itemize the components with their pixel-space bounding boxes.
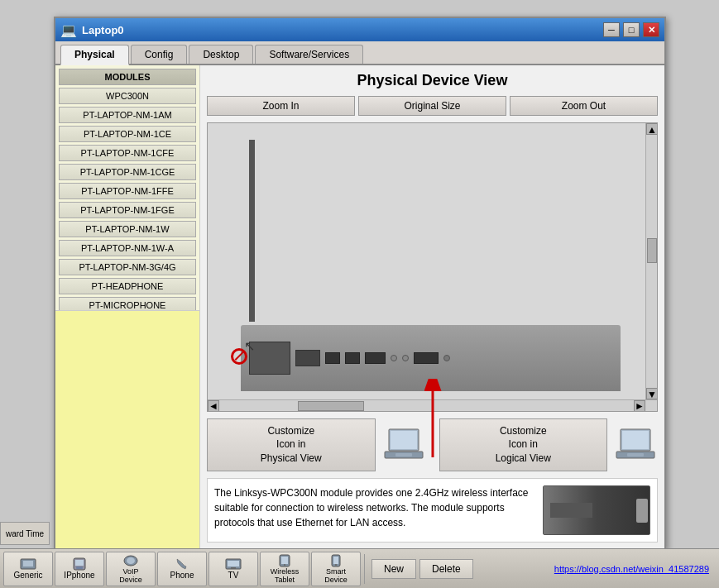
svg-rect-13 (75, 560, 84, 566)
new-button[interactable]: New (371, 559, 416, 579)
module-connector (636, 499, 648, 523)
module-1am[interactable]: PT-LAPTOP-NM-1AM (59, 107, 196, 123)
scroll-up-arrow[interactable]: ▲ (646, 123, 658, 135)
module-1ffe[interactable]: PT-LAPTOP-NM-1FFE (59, 183, 196, 199)
module-1cfe[interactable]: PT-LAPTOP-NM-1CFE (59, 145, 196, 161)
taskbar-ipphone[interactable]: IPphone (55, 552, 104, 586)
device-view: ↖ ▲ ▼ ◄ ► (207, 122, 658, 412)
taskbar-phone[interactable]: Phone (157, 552, 207, 586)
voip-icon (122, 554, 140, 567)
module-1cge[interactable]: PT-LAPTOP-NM-1CGE (59, 164, 196, 180)
taskbar-url[interactable]: https://blog.csdn.net/weixin_41587289 (554, 564, 716, 574)
main-window: 💻 Laptop0 ─ □ ✕ Physical Config Desktop … (54, 17, 666, 550)
svg-point-16 (127, 557, 135, 564)
svg-rect-9 (627, 453, 644, 457)
window-title: Laptop0 (82, 24, 124, 36)
port-block-1 (249, 342, 290, 375)
modules-list[interactable]: MODULES WPC300N PT-LAPTOP-NM-1AM PT-LAPT… (55, 65, 199, 310)
description-text: The Linksys-WPC300N module provides one … (214, 485, 536, 535)
close-button[interactable]: ✕ (643, 22, 659, 37)
no-drop-line (235, 351, 244, 360)
delete-button[interactable]: Delete (419, 559, 473, 579)
panel-title: Physical Device View (200, 65, 664, 96)
original-size-button[interactable]: Original Size (358, 96, 506, 116)
scroll-thumb-v[interactable] (647, 238, 657, 263)
laptop-icon: 💻 (60, 22, 77, 38)
port-audio3 (443, 355, 450, 361)
customize-logical-button[interactable]: Customize Icon in Logical View (439, 418, 608, 471)
desc-content: The Linksys-WPC300N module provides one … (214, 485, 650, 535)
logical-customize-group: Customize Icon in Logical View (439, 418, 659, 471)
forward-time-label: ward Time (0, 522, 50, 545)
zoom-out-button[interactable]: Zoom Out (510, 96, 658, 116)
port-other (414, 352, 439, 364)
taskbar-wireless-tablet[interactable]: Wireless Tablet (260, 552, 309, 586)
taskbar-smart-device[interactable]: Smart Device (311, 552, 361, 586)
cursor-icon: ↖ (244, 338, 255, 354)
taskbar-generic[interactable]: Generic (3, 552, 53, 586)
module-preview-area (55, 310, 199, 549)
svg-rect-11 (23, 561, 33, 566)
taskbar-voip[interactable]: VoIP Device (106, 552, 156, 586)
port-usb (325, 352, 340, 364)
taskbar-separator (364, 554, 365, 584)
svg-point-22 (284, 564, 285, 566)
port-usb2 (345, 352, 360, 364)
scroll-down-arrow[interactable]: ▼ (646, 388, 658, 399)
svg-point-25 (335, 564, 337, 566)
maximize-button[interactable]: □ (623, 22, 640, 37)
zoom-in-button[interactable]: Zoom In (207, 96, 355, 116)
svg-rect-7 (622, 431, 649, 449)
customize-row: Customize Icon in Physical View (200, 412, 664, 478)
red-arrow-svg (408, 379, 458, 461)
tv-icon (224, 557, 242, 571)
customize-physical-button[interactable]: Customize Icon in Physical View (207, 418, 376, 471)
laptop-antenna (249, 140, 255, 322)
port-hdmi (365, 352, 386, 364)
module-1w[interactable]: PT-LAPTOP-NM-1W (59, 221, 196, 237)
taskbar-tv[interactable]: TV (209, 552, 258, 586)
module-1ce[interactable]: PT-LAPTOP-NM-1CE (59, 126, 196, 142)
window-controls: ─ □ ✕ (603, 22, 659, 37)
physical-customize-group: Customize Icon in Physical View (207, 418, 426, 471)
titlebar: 💻 Laptop0 ─ □ ✕ (55, 18, 664, 41)
module-headphone[interactable]: PT-HEADPHONE (59, 278, 196, 294)
generic-icon (19, 557, 37, 571)
laptop-svg-logical (612, 427, 658, 463)
description-area: The Linksys-WPC300N module provides one … (207, 478, 658, 543)
minimize-button[interactable]: ─ (603, 22, 620, 37)
taskbar-actions: New Delete (371, 559, 473, 579)
port-audio2 (402, 355, 409, 361)
modules-header: MODULES (59, 69, 196, 85)
tab-desktop[interactable]: Desktop (189, 45, 253, 64)
module-microphone[interactable]: PT-MICROPHONE (59, 297, 196, 310)
laptop-thumbnail-logical (612, 427, 658, 463)
module-wpc300n[interactable]: WPC300N (59, 88, 196, 104)
phone-icon (173, 557, 191, 571)
tab-physical[interactable]: Physical (60, 45, 129, 65)
left-panel: MODULES WPC300N PT-LAPTOP-NM-1AM PT-LAPT… (55, 65, 200, 549)
smart-icon (327, 554, 345, 567)
port-rj45 (295, 350, 320, 366)
module-1fge[interactable]: PT-LAPTOP-NM-1FGE (59, 202, 196, 218)
scroll-left-arrow[interactable]: ◄ (208, 400, 219, 412)
tab-bar: Physical Config Desktop Software/Service… (55, 41, 664, 65)
svg-rect-21 (281, 557, 288, 564)
module-1wa[interactable]: PT-LAPTOP-NM-1W-A (59, 240, 196, 256)
svg-rect-14 (76, 566, 83, 569)
tab-software-services[interactable]: Software/Services (255, 45, 363, 64)
zoom-controls: Zoom In Original Size Zoom Out (200, 96, 664, 122)
scroll-thumb-h[interactable] (298, 401, 364, 411)
port-audio1 (391, 355, 397, 361)
module-image-inner (544, 486, 649, 534)
svg-rect-18 (228, 561, 239, 566)
ipphone-icon (70, 557, 89, 571)
scroll-right-arrow[interactable]: ► (634, 400, 645, 412)
vertical-scrollbar[interactable]: ▲ ▼ (645, 123, 657, 411)
svg-rect-24 (333, 557, 338, 564)
tab-config[interactable]: Config (131, 45, 188, 64)
module-3g4g[interactable]: PT-LAPTOP-NM-3G/4G (59, 259, 196, 275)
device-canvas: ↖ (208, 123, 645, 399)
content-area: MODULES WPC300N PT-LAPTOP-NM-1AM PT-LAPT… (55, 65, 664, 549)
module-image (543, 485, 650, 535)
